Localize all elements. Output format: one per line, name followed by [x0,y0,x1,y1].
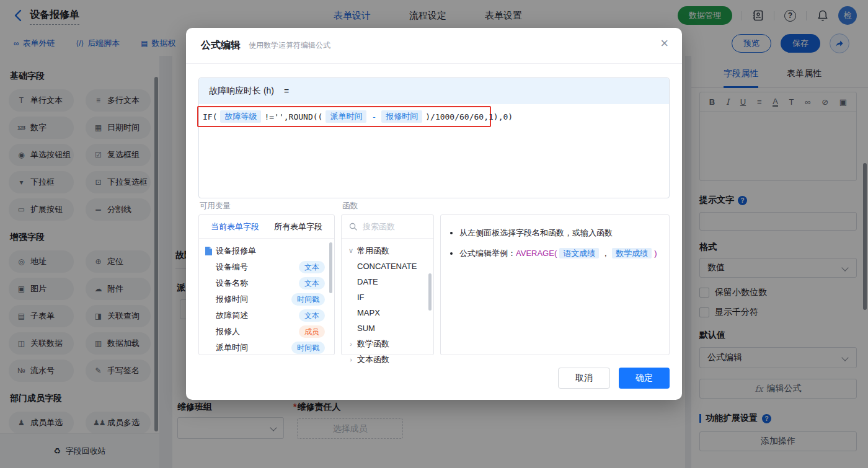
function-item-mapx[interactable]: MAPX [342,305,433,320]
function-item-if[interactable]: IF [342,289,433,305]
function-search-input[interactable] [361,221,426,232]
type-badge: 成员 [299,325,325,338]
modal-footer: 取消 确定 [558,368,670,389]
function-item-sum[interactable]: SUM [342,320,433,336]
example-chip-chinese-score: 语文成绩 [559,248,599,258]
type-badge: 文本 [299,277,325,289]
formula-target-band: 故障响应时长 (h) = [199,78,669,104]
variables-list: 设备报修单 设备编号文本 设备名称文本 报修时间时间戳 故障简述文本 报修人成员… [199,239,334,356]
modal-title: 公式编辑 [201,39,241,52]
variable-device-name[interactable]: 设备名称文本 [199,275,334,291]
variable-device-code[interactable]: 设备编号文本 [199,259,334,275]
function-group-common[interactable]: ∨常用函数 [342,243,433,258]
close-icon[interactable]: × [660,37,668,50]
formula-token: IF( [203,112,217,121]
variables-label: 可用变量 [200,201,231,211]
chevron-right-icon: › [347,356,355,363]
cancel-button[interactable]: 取消 [558,368,610,389]
field-chip-fault-level: 故障等级 [220,110,261,123]
chevron-right-icon: › [347,340,355,348]
function-item-date[interactable]: DATE [342,274,433,289]
function-item-concatenate[interactable]: CONCATENATE [342,258,433,274]
document-icon [205,247,212,255]
function-group-math[interactable]: ›数学函数 [342,336,433,351]
tab-all-form-fields[interactable]: 所有表单字段 [274,221,322,232]
example-comma: ， [601,249,609,258]
chevron-down-icon: ∨ [347,247,355,255]
function-tree: ∨常用函数 CONCATENATE DATE IF MAPX SUM ›数学函数… [342,239,433,367]
variables-panel: 当前表单字段 所有表单字段 设备报修单 设备编号文本 设备名称文本 报修时间时间… [198,214,335,355]
functions-label: 函数 [342,201,358,211]
variable-dispatch-time[interactable]: 派单时间时间戳 [199,340,334,356]
formula-token: !='',ROUND(( [264,112,322,121]
app-screen: 设备报修单 表单设计 流程设定 表单设置 数据管理 ? 检 ∞表单外链 ⟨/⟩后… [0,0,868,468]
variables-root-node[interactable]: 设备报修单 [199,243,334,259]
help-tip-1: 从左侧面板选择字段名和函数，或输入函数 [459,227,669,239]
search-icon [349,223,357,231]
functions-panel: ∨常用函数 CONCATENATE DATE IF MAPX SUM ›数学函数… [341,214,434,355]
formula-target-field: 故障响应时长 (h) [209,86,274,97]
formula-expression[interactable]: IF( 故障等级 !='',ROUND(( 派单时间 - 报修时间 )/1000… [203,108,513,125]
variable-fault-brief[interactable]: 故障简述文本 [199,307,334,324]
formula-help-panel: 从左侧面板选择字段名和函数，或输入函数 公式编辑举例：AVERAGE(语文成绩，… [440,214,670,355]
type-badge: 时间戳 [291,342,325,354]
example-chip-math-score: 数学成绩 [612,248,652,258]
variables-scrollbar[interactable] [329,242,332,293]
equals-sign: = [284,86,289,96]
confirm-button[interactable]: 确定 [619,368,670,389]
formula-token: )/1000/60/60,1),0) [425,112,513,121]
help-tip-2: 公式编辑举例：AVERAGE(语文成绩，数学成绩) [459,248,669,259]
example-function-close: ) [654,249,657,258]
functions-scrollbar[interactable] [428,273,432,311]
variable-reporter[interactable]: 报修人成员 [199,324,334,340]
variables-tabs: 当前表单字段 所有表单字段 [199,215,334,239]
type-badge: 文本 [299,261,325,273]
modal-subtitle: 使用数学运算符编辑公式 [249,40,330,51]
function-group-text[interactable]: ›文本函数 [342,351,433,367]
tab-current-form-fields[interactable]: 当前表单字段 [211,221,259,232]
minus-operator: - [371,112,376,121]
modal-header: 公式编辑 使用数学运算符编辑公式 [186,28,682,64]
variable-repair-time[interactable]: 报修时间时间戳 [199,291,334,307]
example-function-open: AVERAGE( [516,249,557,258]
field-chip-repair-time: 报修时间 [381,110,422,123]
type-badge: 时间戳 [291,293,325,306]
formula-box: 故障响应时长 (h) = [198,77,670,198]
function-search [342,215,433,239]
type-badge: 文本 [299,309,325,322]
formula-editor-modal: 公式编辑 使用数学运算符编辑公式 × 故障响应时长 (h) = IF( 故障等级… [186,28,682,400]
field-chip-dispatch-time: 派单时间 [326,110,366,123]
